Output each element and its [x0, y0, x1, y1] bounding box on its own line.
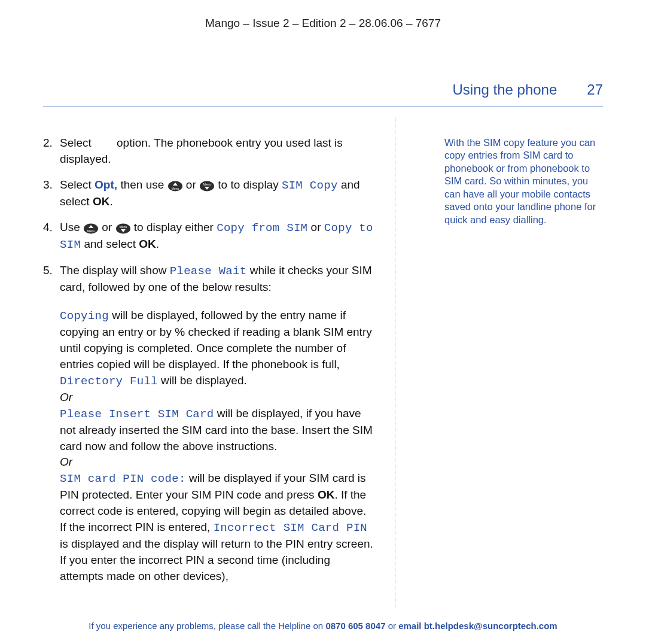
result-insert-sim: Please Insert SIM Card will be displayed… [60, 406, 375, 471]
step-4: 4. Use Menu or Menu to display either Co… [43, 220, 375, 253]
helpline-footer: If you experience any problems, please c… [0, 621, 646, 631]
menu-down-icon: Menu [199, 181, 215, 192]
svg-text:Menu: Menu [171, 187, 179, 190]
svg-text:Menu: Menu [87, 229, 95, 233]
svg-text:Menu: Menu [119, 225, 127, 229]
step-5: 5. The display will show Please Wait whi… [43, 263, 375, 585]
menu-up-icon: Menu [167, 181, 183, 192]
svg-text:Menu: Menu [203, 183, 211, 186]
step-2: 2. Select option. The phonebook entry yo… [43, 135, 375, 168]
menu-up-icon: Menu [83, 223, 99, 234]
header-rule [43, 107, 603, 107]
step-3: 3. Select Opt, then use Menu or Menu to … [43, 177, 375, 210]
instructions-column: 2. Select option. The phonebook entry yo… [43, 135, 375, 594]
menu-down-icon: Menu [115, 223, 131, 234]
column-divider [395, 117, 395, 608]
result-copying: Copying will be displayed, followed by t… [60, 308, 375, 406]
page-number: 27 [587, 81, 603, 98]
result-pin: SIM card PIN code: will be displayed if … [60, 470, 375, 585]
doc-id-line: Mango – Issue 2 – Edition 2 – 28.06.06 –… [43, 17, 603, 30]
section-title: Using the phone [453, 81, 557, 98]
sidebar-note: With the SIM copy feature you can copy e… [444, 136, 603, 226]
